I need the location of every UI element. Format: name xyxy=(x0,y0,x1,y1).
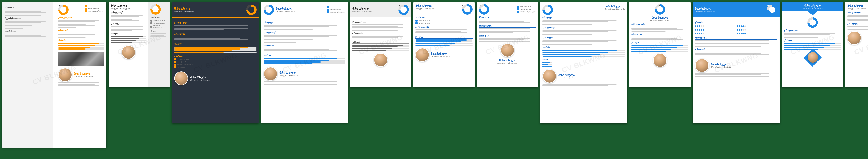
avatar xyxy=(264,67,277,81)
contact-icon xyxy=(174,66,176,68)
template-page: მისი სახელიპროფესია / თანამდებობა75გამოც… xyxy=(782,2,843,87)
section-heading-profile: პროფილი xyxy=(4,6,51,9)
text-line xyxy=(784,36,835,36)
avatar xyxy=(695,58,709,72)
text-line xyxy=(58,21,95,22)
person-name: მისი სახელი xyxy=(479,59,536,62)
section-heading-references: რეკომენდაციები xyxy=(4,17,51,20)
template-page: 75მისი სახელიპროფესია / თანამდებობაგამოც… xyxy=(629,2,690,87)
section-heading-experience: გამოცდილება xyxy=(111,11,146,14)
skill-bar xyxy=(264,64,345,65)
text-line xyxy=(847,26,868,27)
template-card-t07[interactable]: 75+995 555 00 00 00name@email.comთბილისი… xyxy=(477,2,538,87)
dots-row xyxy=(542,64,625,65)
text-line xyxy=(4,25,32,26)
template-card-t09[interactable]: 75მისი სახელიპროფესია / თანამდებობაგამოც… xyxy=(629,2,690,87)
template-card-t01[interactable]: პროფილირეკომენდაციებიინტერესები75+995 55… xyxy=(2,2,106,148)
section-heading-education: განათლება xyxy=(352,32,409,35)
text-line xyxy=(264,28,337,29)
person-name: მისი სახელი xyxy=(847,4,868,8)
section-heading-skills: უნარები xyxy=(264,54,345,57)
text-line xyxy=(695,54,769,55)
skill-bar-fill xyxy=(174,48,240,49)
person-name: მისი სახელი xyxy=(352,7,372,10)
text-line xyxy=(542,40,617,41)
contact-icon xyxy=(517,8,519,10)
section-heading-experience: გამოცდილება xyxy=(695,37,777,39)
text-line xyxy=(4,15,41,16)
section-heading-experience: გამოცდილება xyxy=(352,21,409,24)
template-card-t11[interactable]: მისი სახელიპროფესია / თანამდებობა75გამოც… xyxy=(782,2,843,87)
text-line xyxy=(174,41,224,41)
template-page: 75+995 555 00 00 00name@email.comთბილისი… xyxy=(477,2,538,87)
section-heading-experience: გამოცდილება xyxy=(479,25,536,27)
skill-bar xyxy=(58,48,104,49)
contact-row: თბილისი, საქართველო xyxy=(85,10,104,12)
contact-icon xyxy=(174,64,176,66)
dot-icon xyxy=(701,33,702,35)
section-heading-experience: გამოცდილება xyxy=(174,22,256,25)
skill-bar-fill xyxy=(631,51,665,52)
contact-icon xyxy=(517,6,519,8)
text-line xyxy=(631,31,665,32)
section-heading-experience: გამოცდილება xyxy=(784,29,841,32)
text-line xyxy=(695,53,761,54)
skill-bar-fill xyxy=(58,47,90,48)
text-line xyxy=(264,42,296,43)
skill-bar xyxy=(784,43,841,44)
template-card-t12[interactable]: მისი სახელიპროფესია / თანამდებობაგამოცდი… xyxy=(845,2,868,87)
contact-text: +995 555 00 00 00 xyxy=(178,58,189,60)
dot-icon xyxy=(695,29,696,31)
dots-row xyxy=(695,29,736,31)
section-heading-interests: ინტერესები xyxy=(4,30,51,33)
dot-icon xyxy=(739,29,740,31)
template-card-t10[interactable]: მისი სახელიპროფესია / თანამდებობა75უნარე… xyxy=(693,2,780,123)
section-heading-experience: გამოცდილება xyxy=(58,16,104,19)
text-line xyxy=(264,83,329,83)
dot-icon xyxy=(542,64,544,65)
text-line xyxy=(58,84,95,84)
page-b: პროფილირეკომენდაციებიინტერესები xyxy=(2,2,53,148)
text-line xyxy=(264,50,337,51)
person-name: მისი სახელი xyxy=(695,7,715,10)
text-line xyxy=(264,38,337,38)
template-page: მისი სახელიპროფესია / თანამდებობა75უნარე… xyxy=(693,2,780,123)
template-card-t05[interactable]: მისი სახელიპროფესია / თანამდებობა75გამოც… xyxy=(350,2,411,87)
text-line xyxy=(150,33,166,34)
text-line xyxy=(174,31,240,31)
person-name: მისი სახელი xyxy=(784,4,841,7)
skill-bar xyxy=(631,45,688,46)
section-heading-education: განათლება xyxy=(631,33,688,36)
template-card-t08[interactable]: 75მისი სახელიპროფესია / თანამდებობაპროფი… xyxy=(540,2,627,123)
dots-row xyxy=(695,26,736,27)
section-heading-education: განათლება xyxy=(111,23,146,26)
dot-icon xyxy=(550,62,552,63)
person-title: პროფესია / თანამდებობა xyxy=(174,10,194,13)
text-line xyxy=(58,82,99,83)
text-line xyxy=(352,30,398,31)
text-line xyxy=(542,23,617,24)
dot-icon xyxy=(737,26,738,27)
contact-row: თბილისი, საქართველო xyxy=(150,25,168,29)
template-card-t06[interactable]: მისი სახელიპროფესია / თანამდებობა75კონტა… xyxy=(413,2,475,87)
text-line xyxy=(58,23,99,24)
name-block: მისი სახელიპროფესია / თანამდებობა xyxy=(695,7,715,12)
text-line xyxy=(695,75,761,75)
text-line xyxy=(4,11,41,12)
contact-icon xyxy=(85,8,87,10)
text-line xyxy=(631,27,683,27)
section-heading-skills: უნარები xyxy=(415,36,472,39)
text-line xyxy=(111,28,139,28)
skill-bar xyxy=(784,45,841,46)
text-line xyxy=(58,85,99,86)
template-card-t02[interactable]: მისი სახელიპროფესია / თანამდებობაგამოცდი… xyxy=(108,2,170,87)
skill-bar-fill xyxy=(784,47,824,48)
contact-row: www.site.ge xyxy=(174,66,256,68)
person-name: მისი სახელი xyxy=(276,7,296,10)
text-line xyxy=(479,21,524,22)
skill-bar xyxy=(111,42,146,43)
skill-bar-fill xyxy=(58,45,95,46)
person-title: პროფესია / თანამდებობა xyxy=(605,8,625,10)
template-card-t04[interactable]: 75მისი სახელიპროფესია / თანამდებობა+995 … xyxy=(261,2,348,123)
template-card-t03[interactable]: მისი სახელიპროფესია / თანამდებობა75გამოც… xyxy=(172,2,259,123)
